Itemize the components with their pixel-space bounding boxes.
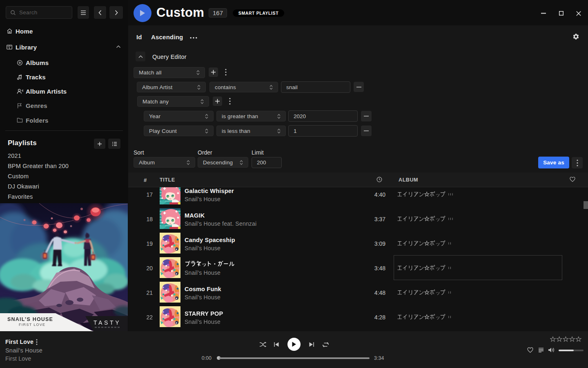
svg-text:TASTY: TASTY	[94, 319, 121, 326]
svg-text:SNAIL’S HOUSE: SNAIL’S HOUSE	[7, 316, 53, 322]
svg-text:FIRST LOVE: FIRST LOVE	[19, 323, 45, 327]
